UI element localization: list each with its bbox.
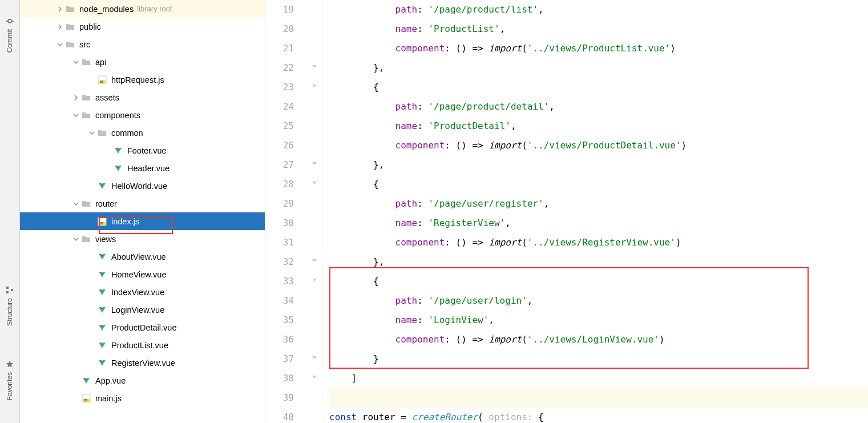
tree-item-api[interactable]: api	[20, 53, 265, 71]
chevron-right-icon[interactable]	[71, 95, 80, 100]
fold-marker-icon[interactable]	[312, 84, 318, 90]
favorites-tool-button[interactable]: Favorites	[6, 360, 14, 400]
code-token: ,	[488, 315, 494, 325]
code-line[interactable]: name: 'ProductDetail',	[329, 116, 868, 136]
code-token: createRouter	[412, 412, 478, 422]
commit-tool-button[interactable]: Commit	[6, 17, 14, 53]
fold-marker-icon[interactable]	[312, 259, 318, 265]
tree-item-label: node_modules	[79, 5, 134, 14]
tree-item-assets[interactable]: assets	[20, 88, 265, 106]
code-line[interactable]: {	[329, 78, 868, 97]
code-line[interactable]: name: 'RegisterView',	[329, 213, 868, 233]
tree-item-label: common	[111, 128, 143, 138]
svg-rect-3	[6, 287, 9, 289]
project-tree[interactable]: node_moduleslibrary rootpublicsrcapiJSht…	[20, 0, 265, 423]
tree-item-router[interactable]: router	[20, 195, 265, 212]
code-line[interactable]: },	[329, 252, 868, 272]
vue-icon	[98, 270, 108, 279]
code-line[interactable]: path: '/page/product/detail',	[329, 97, 868, 116]
code-line[interactable]: path: '/page/user/register',	[329, 194, 868, 213]
code-token: options:	[488, 412, 538, 422]
structure-tool-button[interactable]: Structure	[6, 286, 14, 326]
chevron-right-icon[interactable]	[55, 6, 64, 12]
tree-item-app-vue[interactable]: App.vue	[20, 372, 265, 389]
code-line[interactable]: }	[329, 349, 868, 369]
chevron-right-icon[interactable]	[55, 24, 64, 30]
code-token: '../views/ProductDetail.vue'	[527, 140, 681, 151]
fold-marker-icon[interactable]	[312, 356, 318, 362]
chevron-down-icon[interactable]	[87, 130, 96, 136]
code-line[interactable]: name: 'ProductList',	[329, 19, 868, 39]
tree-item-label: public	[79, 22, 101, 31]
code-token: '/page/user/register'	[428, 198, 543, 209]
chevron-down-icon[interactable]	[71, 236, 80, 242]
tree-item-label: LoginView.vue	[111, 305, 164, 315]
tree-item-footer-vue[interactable]: Footer.vue	[20, 142, 265, 159]
tree-item-main-js[interactable]: JSmain.js	[20, 389, 265, 407]
tree-item-indexview-vue[interactable]: IndexView.vue	[20, 283, 265, 301]
tree-item-httprequest-js[interactable]: JShttpRequest.js	[20, 71, 265, 88]
code-token: (	[522, 140, 527, 151]
tree-item-components[interactable]: components	[20, 106, 265, 124]
vue-icon	[98, 305, 108, 315]
tree-item-views[interactable]: views	[20, 230, 265, 248]
tree-item-common[interactable]: common	[20, 124, 265, 142]
code-line[interactable]: {	[329, 175, 868, 194]
code-line[interactable]: component: () => import('../views/Regist…	[329, 233, 868, 252]
commit-icon	[6, 17, 14, 27]
code-line[interactable]: component: () => import('../views/Produc…	[329, 136, 868, 155]
chevron-down-icon[interactable]	[71, 112, 80, 118]
dir-icon	[66, 22, 76, 31]
tree-item-header-vue[interactable]: Header.vue	[20, 159, 265, 177]
tree-item-productdetail-vue[interactable]: ProductDetail.vue	[20, 319, 265, 336]
tree-item-index-js[interactable]: JSindex.js	[20, 212, 265, 230]
dir-icon	[66, 40, 76, 49]
code-line[interactable]: {	[329, 272, 868, 291]
chevron-down-icon[interactable]	[71, 59, 80, 65]
code-line[interactable]: },	[329, 155, 868, 175]
tree-item-aboutview-vue[interactable]: AboutView.vue	[20, 248, 265, 265]
line-number: 30	[265, 213, 297, 233]
code-line[interactable]: path: '/page/product/list',	[329, 0, 868, 19]
code-token: '/page/product/list'	[428, 4, 538, 15]
tree-item-label: views	[95, 235, 116, 244]
tree-item-homeview-vue[interactable]: HomeView.vue	[20, 265, 265, 283]
code-token: (	[522, 334, 527, 345]
code-line[interactable]: ]	[329, 369, 868, 388]
code-line[interactable]: name: 'LoginView',	[329, 311, 868, 330]
code-line[interactable]: },	[329, 58, 868, 78]
fold-marker-icon[interactable]	[312, 279, 318, 284]
tree-item-loginview-vue[interactable]: LoginView.vue	[20, 301, 265, 319]
code-line[interactable]	[329, 388, 868, 408]
tree-item-registerview-vue[interactable]: RegisterView.vue	[20, 354, 265, 372]
code-token: :	[417, 101, 428, 112]
tree-item-src[interactable]: src	[20, 35, 265, 53]
code-token: )	[681, 140, 687, 151]
fold-marker-icon[interactable]	[312, 65, 318, 71]
js-icon: JS	[98, 217, 108, 226]
tree-item-helloworld-vue[interactable]: HelloWorld.vue	[20, 177, 265, 195]
commit-label: Commit	[6, 29, 14, 53]
chevron-down-icon[interactable]	[71, 201, 80, 207]
line-number: 29	[265, 194, 297, 213]
line-number: 40	[265, 408, 297, 423]
fold-marker-icon[interactable]	[312, 376, 318, 381]
code-token: 'LoginView'	[428, 315, 488, 325]
fold-marker-icon[interactable]	[312, 182, 318, 187]
tree-item-productlist-vue[interactable]: ProductList.vue	[20, 336, 265, 354]
code-line[interactable]: const router = createRouter( options: {	[329, 408, 868, 423]
tree-item-node_modules[interactable]: node_moduleslibrary root	[20, 0, 265, 18]
tree-item-public[interactable]: public	[20, 18, 265, 35]
code-editor[interactable]: 1920212223242526272829303132333435363738…	[265, 0, 868, 423]
fold-marker-icon[interactable]	[312, 162, 318, 168]
code-content[interactable]: path: '/page/product/list', name: 'Produ…	[322, 0, 868, 423]
code-token: component	[395, 43, 445, 54]
chevron-down-icon[interactable]	[55, 42, 64, 47]
tree-item-label: Footer.vue	[127, 146, 167, 155]
code-line[interactable]: component: () => import('../views/Produc…	[329, 39, 868, 58]
code-line[interactable]: path: '/page/user/login',	[329, 291, 868, 311]
code-token: path	[395, 198, 418, 209]
tree-item-label: AboutView.vue	[111, 252, 166, 261]
code-line[interactable]: component: () => import('../views/LoginV…	[329, 330, 868, 349]
line-number: 27	[265, 155, 297, 175]
